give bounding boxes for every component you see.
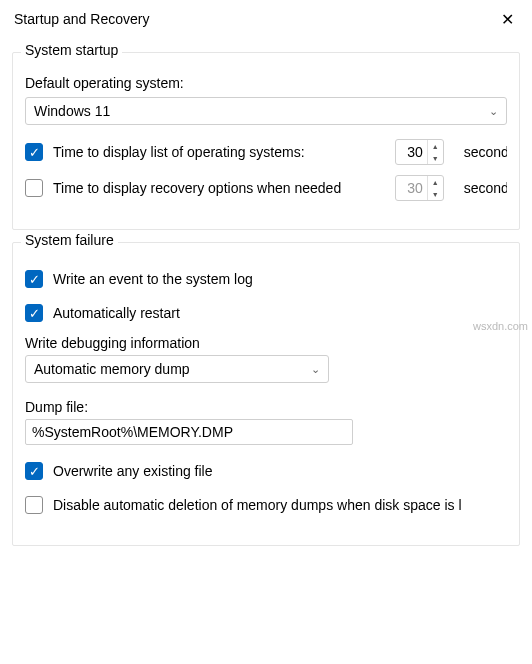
chevron-down-icon: ⌄ (311, 363, 320, 376)
label-time-recovery-unit: seconds (464, 180, 507, 196)
checkbox-disable-deletion[interactable] (25, 496, 43, 514)
chevron-down-icon: ⌄ (489, 105, 498, 118)
row-time-list: ✓ Time to display list of operating syst… (25, 139, 507, 165)
select-debug-info[interactable]: Automatic memory dump ⌄ (25, 355, 329, 383)
titlebar: Startup and Recovery ✕ (0, 0, 532, 36)
row-disable-deletion: Disable automatic deletion of memory dum… (25, 493, 507, 517)
row-overwrite: ✓ Overwrite any existing file (25, 459, 507, 483)
legend-system-startup: System startup (21, 42, 122, 58)
checkbox-write-event[interactable]: ✓ (25, 270, 43, 288)
checkbox-time-recovery[interactable] (25, 179, 43, 197)
watermark: wsxdn.com (473, 320, 528, 332)
legend-system-failure: System failure (21, 232, 118, 248)
label-auto-restart: Automatically restart (53, 305, 180, 321)
spinner-time-recovery-value: 30 (396, 176, 427, 200)
select-debug-info-value: Automatic memory dump (34, 361, 190, 377)
spinner-buttons: ▲ ▼ (427, 176, 443, 200)
row-auto-restart: ✓ Automatically restart (25, 301, 507, 325)
spin-up-icon[interactable]: ▲ (428, 140, 443, 152)
checkmark-icon: ✓ (29, 273, 40, 286)
select-default-os[interactable]: Windows 11 ⌄ (25, 97, 507, 125)
label-dump-file: Dump file: (25, 399, 507, 415)
label-time-recovery: Time to display recovery options when ne… (53, 180, 385, 196)
checkmark-icon: ✓ (29, 307, 40, 320)
dialog-content: System startup Default operating system:… (0, 36, 532, 564)
label-write-event: Write an event to the system log (53, 271, 253, 287)
checkmark-icon: ✓ (29, 465, 40, 478)
spinner-time-list-value[interactable]: 30 (396, 140, 427, 164)
spinner-time-list[interactable]: 30 ▲ ▼ (395, 139, 444, 165)
label-default-os: Default operating system: (25, 75, 507, 91)
spin-down-icon[interactable]: ▼ (428, 152, 443, 164)
input-dump-file[interactable]: %SystemRoot%\MEMORY.DMP (25, 419, 353, 445)
spin-up-icon[interactable]: ▲ (428, 176, 443, 188)
checkmark-icon: ✓ (29, 146, 40, 159)
label-debug-info: Write debugging information (25, 335, 507, 351)
spinner-time-recovery[interactable]: 30 ▲ ▼ (395, 175, 444, 201)
row-write-event: ✓ Write an event to the system log (25, 267, 507, 291)
checkbox-overwrite[interactable]: ✓ (25, 462, 43, 480)
close-icon[interactable]: ✕ (497, 10, 518, 29)
select-default-os-value: Windows 11 (34, 103, 110, 119)
label-time-list-unit: seconds (464, 144, 507, 160)
label-overwrite: Overwrite any existing file (53, 463, 213, 479)
group-system-failure: System failure ✓ Write an event to the s… (12, 242, 520, 546)
group-system-startup: System startup Default operating system:… (12, 52, 520, 230)
label-time-list: Time to display list of operating system… (53, 144, 385, 160)
checkbox-time-list[interactable]: ✓ (25, 143, 43, 161)
checkbox-auto-restart[interactable]: ✓ (25, 304, 43, 322)
spin-down-icon[interactable]: ▼ (428, 188, 443, 200)
row-time-recovery: Time to display recovery options when ne… (25, 175, 507, 201)
spinner-buttons: ▲ ▼ (427, 140, 443, 164)
window-title: Startup and Recovery (14, 11, 149, 27)
label-disable-deletion: Disable automatic deletion of memory dum… (53, 497, 462, 513)
